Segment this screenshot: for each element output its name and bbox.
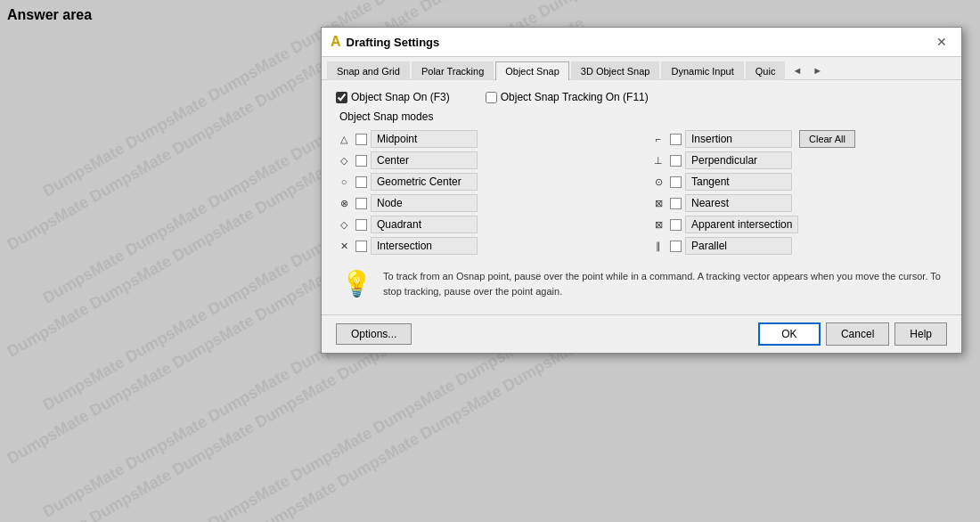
quadrant-icon: ◇ — [336, 219, 352, 231]
snap-mode-center: ◇ Center — [336, 151, 633, 169]
geometric-center-checkbox[interactable] — [355, 176, 367, 188]
footer-left: Options... — [336, 323, 412, 345]
dialog-titlebar: A Drafting Settings ✕ — [322, 28, 961, 57]
geometric-center-label: Geometric Center — [371, 173, 478, 191]
object-snap-on-row: Object Snap On (F3) — [336, 91, 450, 103]
node-checkbox[interactable] — [355, 198, 367, 209]
dialog-body: Object Snap On (F3) Object Snap Tracking… — [322, 80, 961, 314]
snap-mode-midpoint: △ Midpoint — [336, 130, 633, 148]
tab-bar: Snap and Grid Polar Tracking Object Snap… — [322, 57, 961, 80]
tab-3d-object-snap[interactable]: 3D Object Snap — [571, 61, 660, 80]
snap-modes-grid: △ Midpoint ⌐ Insertion Clear All ◇ Cente… — [336, 130, 947, 255]
snap-mode-nearest: ⊠ Nearest — [650, 194, 947, 212]
insertion-icon: ⌐ — [650, 134, 666, 144]
perpendicular-label: Perpendicular — [685, 151, 792, 169]
clear-all-button[interactable]: Clear All — [799, 130, 855, 148]
tangent-icon: ⊙ — [650, 176, 666, 188]
center-checkbox[interactable] — [355, 155, 367, 167]
snap-mode-tangent: ⊙ Tangent — [650, 173, 947, 191]
tab-arrow-right[interactable]: ► — [807, 61, 828, 79]
tab-object-snap[interactable]: Object Snap — [495, 61, 569, 80]
perpendicular-icon: ⊥ — [650, 155, 666, 167]
node-label: Node — [371, 194, 478, 212]
apparent-intersection-checkbox[interactable] — [670, 219, 682, 231]
snap-mode-parallel: ∥ Parallel — [650, 237, 947, 255]
info-section: 💡 To track from an Osnap point, pause ov… — [336, 264, 947, 304]
top-checkboxes: Object Snap On (F3) Object Snap Tracking… — [336, 91, 947, 103]
tab-snap-and-grid[interactable]: Snap and Grid — [327, 61, 410, 80]
midpoint-label: Midpoint — [371, 130, 478, 148]
insertion-label: Insertion — [685, 130, 792, 148]
snap-mode-geometric-center: ○ Geometric Center — [336, 173, 633, 191]
intersection-icon: ✕ — [336, 241, 352, 252]
parallel-icon: ∥ — [650, 241, 666, 252]
intersection-checkbox[interactable] — [355, 241, 367, 252]
answer-area-label: Answer area — [7, 7, 92, 23]
snap-mode-apparent-intersection: ⊠ Apparent intersection — [650, 216, 947, 233]
tab-polar-tracking[interactable]: Polar Tracking — [412, 61, 494, 80]
info-text: To track from an Osnap point, pause over… — [383, 269, 942, 298]
object-snap-tracking-label: Object Snap Tracking On (F11) — [501, 91, 649, 103]
apparent-intersection-label: Apparent intersection — [685, 216, 798, 233]
geometric-center-icon: ○ — [336, 176, 352, 187]
parallel-checkbox[interactable] — [670, 241, 682, 252]
dialog-title-text: Drafting Settings — [347, 36, 440, 49]
drafting-settings-dialog: A Drafting Settings ✕ Snap and Grid Pola… — [321, 27, 962, 354]
cancel-button[interactable]: Cancel — [826, 322, 889, 346]
object-snap-on-checkbox[interactable] — [336, 92, 347, 103]
parallel-label: Parallel — [685, 237, 792, 255]
quadrant-checkbox[interactable] — [355, 219, 367, 231]
tab-dynamic-input[interactable]: Dynamic Input — [661, 61, 743, 80]
help-button[interactable]: Help — [894, 322, 947, 346]
tab-arrow-left[interactable]: ◄ — [787, 61, 807, 79]
tab-quick[interactable]: Quic — [746, 61, 786, 80]
object-snap-tracking-row: Object Snap Tracking On (F11) — [486, 91, 649, 103]
snap-modes-section-title: Object Snap modes — [339, 110, 947, 123]
tangent-label: Tangent — [685, 173, 792, 191]
nearest-checkbox[interactable] — [670, 198, 682, 209]
node-icon: ⊗ — [336, 198, 352, 209]
snap-mode-insertion: ⌐ Insertion Clear All — [650, 130, 947, 148]
dialog-close-button[interactable]: ✕ — [931, 33, 952, 51]
object-snap-tracking-checkbox[interactable] — [486, 92, 497, 103]
object-snap-on-label: Object Snap On (F3) — [351, 91, 450, 103]
options-button[interactable]: Options... — [336, 323, 412, 345]
footer-right: OK Cancel Help — [758, 322, 947, 346]
insertion-checkbox[interactable] — [670, 134, 682, 145]
quadrant-label: Quadrant — [371, 216, 478, 233]
perpendicular-checkbox[interactable] — [670, 155, 682, 167]
snap-mode-intersection: ✕ Intersection — [336, 237, 633, 255]
lightbulb-icon: 💡 — [341, 269, 372, 298]
snap-mode-node: ⊗ Node — [336, 194, 633, 212]
nearest-label: Nearest — [685, 194, 792, 212]
nearest-icon: ⊠ — [650, 198, 666, 209]
dialog-title-icon: A — [331, 34, 341, 50]
snap-mode-perpendicular: ⊥ Perpendicular — [650, 151, 947, 169]
snap-mode-quadrant: ◇ Quadrant — [336, 216, 633, 233]
tangent-checkbox[interactable] — [670, 176, 682, 188]
center-label: Center — [371, 151, 478, 169]
dialog-footer: Options... OK Cancel Help — [322, 314, 961, 353]
apparent-intersection-icon: ⊠ — [650, 219, 666, 231]
intersection-label: Intersection — [371, 237, 478, 255]
dialog-title-left: A Drafting Settings — [331, 34, 439, 50]
center-icon: ◇ — [336, 155, 352, 167]
midpoint-icon: △ — [336, 134, 352, 145]
ok-button[interactable]: OK — [758, 322, 821, 346]
midpoint-checkbox[interactable] — [355, 134, 367, 145]
